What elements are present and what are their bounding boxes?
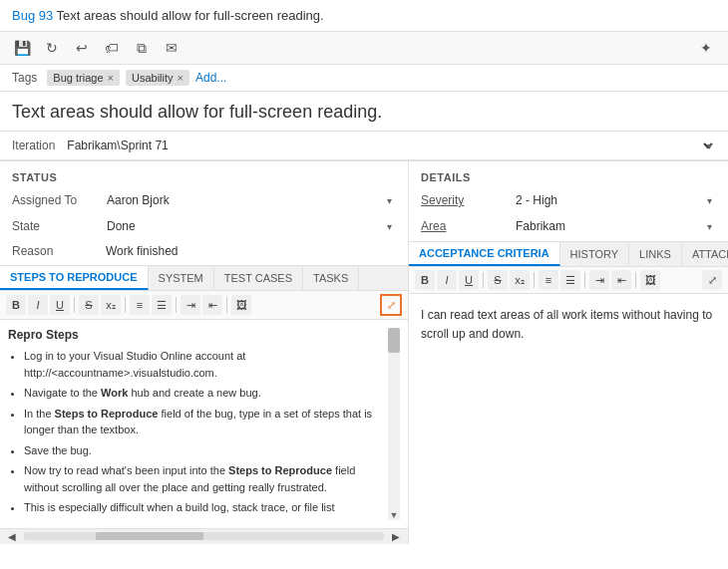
details-section: DETAILS Severity 2 - High Area Fabrikam <box>409 161 728 241</box>
state-select[interactable]: Done <box>102 216 396 236</box>
scroll-right-arrow[interactable]: ▶ <box>388 531 404 542</box>
reason-row: Reason Work finished <box>0 239 408 263</box>
toolbar-left: 💾 ↻ ↩ 🏷 ⧉ ✉ <box>12 38 182 58</box>
title-bar: Bug 93 Text areas should allow for full-… <box>0 0 728 32</box>
bold-button[interactable]: B <box>6 295 26 315</box>
tab-steps-to-reproduce[interactable]: STEPS TO REPRODUCE <box>0 266 149 290</box>
tab-tasks[interactable]: TASKS <box>303 267 359 289</box>
details-header: DETAILS <box>409 167 728 187</box>
iteration-row: Iteration Fabrikam\Sprint 71 <box>0 132 728 160</box>
left-scrollbar[interactable]: ▼ <box>388 328 400 520</box>
right-image-button[interactable]: 🖼 <box>640 270 660 290</box>
severity-select[interactable]: 2 - High <box>511 190 716 210</box>
state-row: State Done <box>0 213 408 239</box>
tag-usability-remove[interactable]: × <box>178 72 183 84</box>
area-row: Area Fabrikam <box>409 213 728 239</box>
state-label: State <box>12 219 102 233</box>
list-item: Now try to read what's been input into t… <box>24 462 376 495</box>
refresh-icon[interactable]: ↻ <box>42 38 62 58</box>
list-item: This is especially difficult when a buil… <box>24 499 376 516</box>
tags-bar: Tags Bug triage × Usability × Add... <box>0 65 728 92</box>
reason-value: Work finished <box>102 242 182 260</box>
status-section: STATUS Assigned To Aaron Bjork State Don… <box>0 161 408 265</box>
assigned-to-select-wrapper: Aaron Bjork <box>102 190 396 210</box>
tab-attachment[interactable]: ATTACHMENT <box>682 243 728 265</box>
tag-usability-label: Usability <box>132 72 174 84</box>
list-item: Save the bug. <box>24 442 376 459</box>
repro-title: Repro Steps <box>8 328 376 342</box>
bottom-scrollbar-left[interactable]: ◀ ▶ <box>0 528 408 544</box>
right-indent-button[interactable]: ⇥ <box>589 270 609 290</box>
left-editor-toolbar: B I U S x₂ ≡ ☰ ⇥ ⇤ 🖼 ⤢ <box>0 291 408 320</box>
tag-icon[interactable]: 🏷 <box>102 38 122 58</box>
right-outdent-button[interactable]: ⇤ <box>611 270 631 290</box>
right-sep1 <box>483 272 484 288</box>
undo-icon[interactable]: ↩ <box>72 38 92 58</box>
bug-id-link[interactable]: Bug 93 <box>12 8 53 23</box>
assigned-to-row: Assigned To Aaron Bjork <box>0 187 408 213</box>
repro-content-area: Repro Steps Log in to your Visual Studio… <box>0 320 408 528</box>
copy-icon[interactable]: ⧉ <box>132 38 152 58</box>
settings-icon[interactable]: ✦ <box>696 38 716 58</box>
tab-system[interactable]: SYSTEM <box>149 267 214 289</box>
tags-label: Tags <box>12 71 37 85</box>
save-icon[interactable]: 💾 <box>12 38 32 58</box>
sep4 <box>226 297 227 313</box>
right-sep4 <box>635 272 636 288</box>
status-header: STATUS <box>0 167 408 187</box>
right-subscript-button[interactable]: x₂ <box>510 270 530 290</box>
severity-row: Severity 2 - High <box>409 187 728 213</box>
scroll-down-arrow[interactable]: ▼ <box>388 510 400 520</box>
right-strikethrough-button[interactable]: S <box>488 270 508 290</box>
tab-test-cases[interactable]: TEST CASES <box>214 267 303 289</box>
tag-add-button[interactable]: Add... <box>195 71 226 85</box>
tag-bug-triage: Bug triage × <box>47 70 120 86</box>
sep2 <box>125 297 126 313</box>
indent-button[interactable]: ⇥ <box>181 295 200 315</box>
underline-button[interactable]: U <box>50 295 70 315</box>
right-italic-button[interactable]: I <box>437 270 457 290</box>
right-panel: DETAILS Severity 2 - High Area Fabrikam <box>409 161 728 544</box>
email-icon[interactable]: ✉ <box>162 38 182 58</box>
right-expand-button[interactable]: ⤢ <box>702 270 722 290</box>
iteration-select-wrapper: Fabrikam\Sprint 71 <box>63 138 716 153</box>
ul-button[interactable]: ☰ <box>152 295 172 315</box>
left-tabs-bar: STEPS TO REPRODUCE SYSTEM TEST CASES TAS… <box>0 265 408 291</box>
area-select[interactable]: Fabrikam <box>511 216 716 236</box>
right-ul-button[interactable]: ☰ <box>560 270 580 290</box>
right-bold-button[interactable]: B <box>415 270 435 290</box>
list-item: Log in to your Visual Studio Online acco… <box>24 348 376 381</box>
image-button[interactable]: 🖼 <box>231 295 251 315</box>
ol-button[interactable]: ≡ <box>130 295 150 315</box>
tab-history[interactable]: HISTORY <box>560 243 630 265</box>
right-editor-toolbar: B I U S x₂ ≡ ☰ ⇥ ⇤ 🖼 ⤢ <box>409 267 728 294</box>
work-item-title: Text areas should allow for full-screen … <box>0 92 728 132</box>
tag-bug-triage-remove[interactable]: × <box>108 72 114 84</box>
iteration-label: Iteration <box>12 139 55 152</box>
sep1 <box>74 297 75 313</box>
list-item: Navigate to the Work hub and create a ne… <box>24 385 376 402</box>
scroll-handle-left <box>96 532 203 540</box>
tab-acceptance-criteria[interactable]: ACCEPTANCE CRITERIA <box>409 242 560 266</box>
italic-button[interactable]: I <box>28 295 48 315</box>
scroll-track-left[interactable] <box>24 532 384 540</box>
right-ol-button[interactable]: ≡ <box>539 270 558 290</box>
severity-label: Severity <box>421 193 511 207</box>
right-tabs-bar: ACCEPTANCE CRITERIA HISTORY LINKS ATTACH… <box>409 241 728 267</box>
subscript-button[interactable]: x₂ <box>101 295 121 315</box>
right-underline-button[interactable]: U <box>459 270 479 290</box>
outdent-button[interactable]: ⇤ <box>202 295 222 315</box>
area-label: Area <box>421 219 511 233</box>
iteration-select[interactable]: Fabrikam\Sprint 71 <box>63 138 716 153</box>
right-sep3 <box>584 272 585 288</box>
left-scroll-thumb <box>388 328 400 353</box>
expand-button[interactable]: ⤢ <box>380 294 402 316</box>
tab-links[interactable]: LINKS <box>629 243 682 265</box>
strikethrough-button[interactable]: S <box>79 295 99 315</box>
assigned-to-select[interactable]: Aaron Bjork <box>102 190 396 210</box>
state-select-wrapper: Done <box>102 216 396 236</box>
main-area: STATUS Assigned To Aaron Bjork State Don… <box>0 160 728 544</box>
assigned-to-label: Assigned To <box>12 193 102 207</box>
scroll-left-arrow[interactable]: ◀ <box>4 531 20 542</box>
reason-label: Reason <box>12 244 102 258</box>
